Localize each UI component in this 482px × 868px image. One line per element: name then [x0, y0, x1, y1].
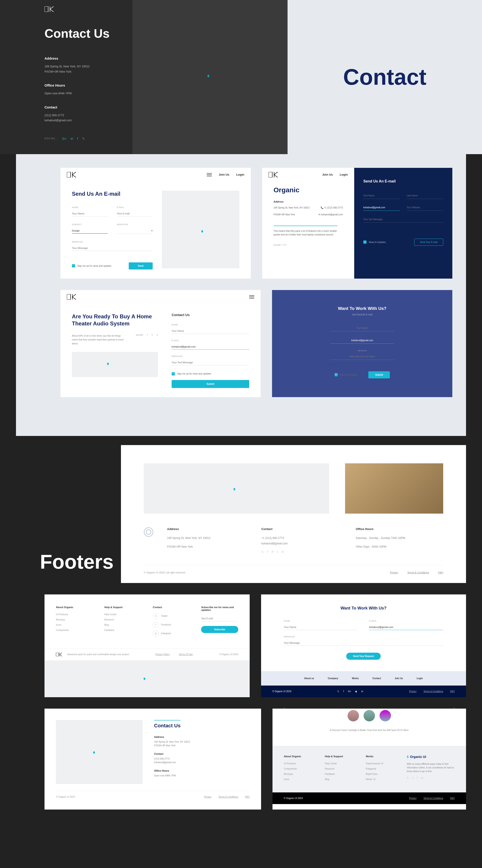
email-input[interactable] — [330, 337, 394, 344]
avatar[interactable] — [363, 710, 375, 721]
facebook-icon[interactable]: f — [77, 137, 78, 141]
faq-link[interactable]: FAQ — [450, 797, 455, 800]
instagram-icon[interactable]: ◎ — [153, 630, 159, 637]
email-input[interactable] — [117, 211, 153, 216]
logo-icon[interactable] — [44, 6, 55, 12]
privacy-link[interactable]: Privacy — [409, 690, 417, 693]
message-input[interactable] — [72, 245, 153, 251]
news-checkbox[interactable] — [363, 241, 366, 244]
twitter-icon[interactable]: 𝕏 — [261, 550, 264, 554]
news-checkbox[interactable] — [334, 373, 338, 376]
website-input[interactable] — [407, 205, 443, 211]
login-link[interactable]: Login — [340, 173, 348, 176]
menu-icon[interactable] — [207, 173, 212, 176]
login-link[interactable]: Login — [236, 173, 244, 176]
send-email-button[interactable]: Send Your E-mail — [414, 239, 443, 246]
message-input[interactable] — [284, 640, 443, 646]
privacy-link[interactable]: Privacy — [409, 797, 417, 800]
avatar[interactable] — [380, 710, 391, 721]
privacy-link[interactable]: Privacy Policy — [155, 653, 169, 656]
nav-works[interactable]: Works — [352, 677, 359, 680]
dribbble-icon[interactable]: ◉ — [355, 690, 357, 693]
linkedin-icon[interactable]: in — [71, 137, 73, 141]
whatsapp-icon[interactable]: ✆ — [282, 550, 284, 554]
terms-link[interactable]: Terms & Conditions — [218, 796, 238, 798]
logo-icon[interactable] — [67, 172, 77, 178]
message-input[interactable] — [363, 216, 443, 223]
footer-map[interactable] — [56, 720, 142, 784]
lastname-input[interactable] — [407, 192, 443, 199]
submit-button[interactable]: Submit — [368, 371, 390, 378]
terms-link[interactable]: Terms Of Use — [179, 653, 193, 656]
facebook-icon[interactable]: f — [147, 334, 148, 336]
google-plus-icon[interactable]: G+ — [62, 137, 66, 141]
hero-map[interactable] — [132, 0, 288, 154]
card-map[interactable] — [162, 191, 239, 268]
send-request-button[interactable]: Send Your Request — [346, 653, 381, 660]
twitter-icon[interactable]: 𝕏 — [151, 334, 153, 336]
logo-icon[interactable] — [67, 294, 77, 300]
terms-link[interactable]: Terms & Conditions — [423, 797, 443, 800]
logo-icon[interactable] — [56, 653, 63, 656]
google-plus-icon[interactable]: G+ — [348, 690, 351, 693]
footer-variant-2: About Organic UI Products Mockups Icons … — [44, 594, 250, 697]
submit-button[interactable]: Submit — [172, 380, 249, 388]
logo-icon[interactable] — [268, 172, 279, 178]
privacy-link[interactable]: Privacy — [390, 571, 398, 574]
tumblr-icon[interactable]: t — [417, 776, 418, 779]
subscribe-input[interactable] — [201, 616, 238, 621]
terms-link[interactable]: Terms & Conditions — [407, 571, 429, 574]
join-link[interactable]: Join Us — [219, 173, 229, 176]
tumblr-icon[interactable]: t — [277, 550, 278, 554]
arrow-right-icon[interactable]: › — [453, 706, 455, 710]
nav-about[interactable]: About us — [304, 677, 314, 680]
pinterest-icon[interactable]: P — [285, 244, 286, 246]
name-input[interactable] — [172, 328, 249, 334]
name-input[interactable] — [284, 624, 358, 630]
join-link[interactable]: Join Us — [322, 173, 333, 176]
facebook-icon[interactable]: f — [282, 244, 283, 246]
facebook-icon[interactable]: f — [153, 622, 159, 628]
nav-company[interactable]: Company — [328, 677, 338, 680]
faq-link[interactable]: FAQ — [245, 796, 250, 798]
faq-link[interactable]: FAQ — [450, 690, 455, 693]
privacy-link[interactable]: Privacy — [204, 796, 212, 798]
footer-map[interactable] — [144, 463, 329, 514]
avatar[interactable] — [348, 710, 359, 721]
twitter-icon[interactable]: 𝕏 — [337, 690, 339, 693]
email-input[interactable] — [363, 205, 400, 211]
name-input[interactable] — [330, 325, 394, 331]
card-map[interactable] — [72, 352, 158, 377]
message-input[interactable] — [172, 360, 249, 365]
firstname-input[interactable] — [363, 192, 400, 199]
pinterest-icon[interactable]: P — [272, 550, 274, 554]
subscribe-button[interactable]: Subscribe — [201, 626, 238, 633]
subject-input[interactable] — [72, 228, 108, 234]
nav-contact[interactable]: Contact — [373, 677, 381, 680]
arrow-left-icon[interactable]: ‹ — [284, 706, 285, 710]
linkedin-icon[interactable]: in — [421, 776, 423, 779]
twitter-icon[interactable]: 𝕏 — [153, 613, 159, 619]
services-dropdown[interactable]: ▾ — [117, 228, 153, 234]
twitter-icon[interactable]: 𝕏 — [407, 776, 409, 779]
message-input[interactable] — [330, 353, 394, 360]
terms-link[interactable]: Terms & Conditions — [423, 690, 443, 693]
linkedin-icon[interactable]: in — [361, 690, 363, 693]
faq-link[interactable]: FAQ — [438, 571, 443, 574]
nav-login[interactable]: Login — [417, 677, 423, 680]
menu-icon[interactable] — [249, 295, 254, 299]
facebook-icon[interactable]: f — [343, 690, 344, 693]
name-input[interactable] — [72, 211, 108, 216]
email-input[interactable] — [369, 624, 443, 630]
footer-map[interactable] — [44, 660, 250, 697]
pinterest-icon[interactable]: P — [157, 334, 158, 336]
signup-checkbox[interactable] — [172, 372, 175, 375]
send-button[interactable]: Send — [129, 262, 153, 270]
facebook-icon[interactable]: f — [412, 776, 413, 779]
email-input[interactable] — [172, 344, 249, 350]
twitter-icon[interactable]: 𝕏 — [283, 244, 285, 246]
signup-checkbox[interactable] — [72, 264, 75, 268]
facebook-icon[interactable]: f — [267, 550, 268, 554]
twitter-icon[interactable]: 𝕏 — [82, 137, 85, 141]
nav-join[interactable]: Join Us — [394, 677, 403, 680]
